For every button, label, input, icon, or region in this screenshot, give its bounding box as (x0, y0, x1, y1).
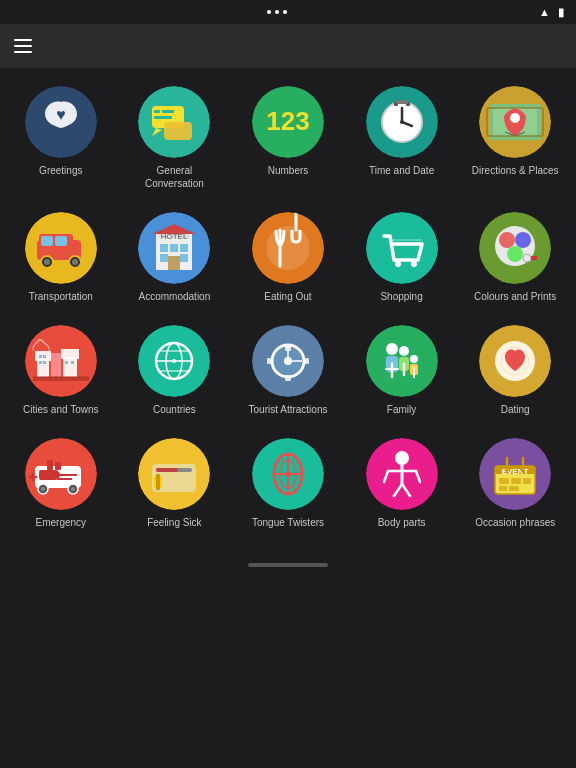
svg-rect-121 (156, 468, 178, 472)
category-icon-family (366, 325, 438, 397)
category-icon-eating-out (252, 212, 324, 284)
category-item-transportation[interactable]: Transportation (6, 202, 116, 311)
category-label-dating: Dating (501, 403, 530, 416)
category-icon-greetings: ♥ (25, 86, 97, 158)
svg-rect-144 (499, 478, 509, 484)
svg-rect-63 (33, 377, 89, 381)
category-item-countries[interactable]: Countries (120, 315, 230, 424)
svg-rect-37 (170, 244, 178, 252)
category-item-accommodation[interactable]: HOTEL Accommodation (120, 202, 230, 311)
svg-rect-4 (164, 122, 192, 140)
svg-rect-6 (162, 110, 174, 113)
category-item-dating[interactable]: Dating (460, 315, 570, 424)
category-label-feeling-sick: Feeling Sick (147, 516, 201, 529)
category-grid: ♥ Greetings General Conversation 123 Num… (0, 68, 576, 545)
svg-point-54 (507, 246, 523, 262)
svg-rect-108 (57, 474, 77, 476)
category-icon-countries (138, 325, 210, 397)
category-icon-shopping (366, 212, 438, 284)
svg-rect-86 (285, 375, 291, 381)
category-item-body-parts[interactable]: Body parts (347, 428, 457, 537)
svg-rect-65 (39, 355, 42, 358)
hamburger-menu[interactable] (14, 39, 32, 53)
nav-bar (0, 24, 576, 68)
scroll-indicator (0, 545, 576, 579)
svg-rect-5 (154, 110, 160, 113)
status-bar: ▲ ▮ (0, 0, 576, 24)
svg-point-53 (515, 232, 531, 248)
category-icon-transportation (25, 212, 97, 284)
svg-point-31 (72, 259, 78, 265)
svg-rect-69 (65, 361, 68, 364)
category-icon-dating (479, 325, 551, 397)
svg-rect-18 (396, 100, 408, 104)
svg-point-15 (400, 120, 404, 124)
category-item-eating-out[interactable]: Eating Out (233, 202, 343, 311)
category-label-emergency: Emergency (36, 516, 87, 529)
category-label-shopping: Shopping (380, 290, 422, 303)
svg-point-87 (284, 357, 292, 365)
category-label-occasion-phrases: Occasion phrases (475, 516, 555, 529)
category-item-tourist-attractions[interactable]: Tourist Attractions (233, 315, 343, 424)
category-item-tongue-twisters[interactable]: Tongue Twisters (233, 428, 343, 537)
category-icon-time-and-date (366, 86, 438, 158)
svg-text:123: 123 (266, 106, 309, 136)
category-label-tongue-twisters: Tongue Twisters (252, 516, 324, 529)
svg-rect-66 (43, 355, 46, 358)
category-icon-accommodation: HOTEL (138, 212, 210, 284)
category-item-occasion-phrases[interactable]: EVENT Occasion phrases (460, 428, 570, 537)
svg-rect-68 (43, 361, 46, 364)
category-icon-cities-towns (25, 325, 97, 397)
category-item-shopping[interactable]: Shopping (347, 202, 457, 311)
svg-rect-85 (267, 358, 273, 364)
category-label-time-and-date: Time and Date (369, 164, 434, 177)
category-item-greetings[interactable]: ♥ Greetings (6, 76, 116, 198)
category-item-general-conversation[interactable]: General Conversation (120, 76, 230, 198)
svg-rect-61 (63, 357, 77, 379)
svg-point-113 (41, 487, 45, 491)
svg-point-98 (410, 355, 418, 363)
category-item-numbers[interactable]: 123 Numbers (233, 76, 343, 198)
category-icon-emergency (25, 438, 97, 510)
category-item-emergency[interactable]: Emergency (6, 428, 116, 537)
svg-point-95 (399, 346, 409, 356)
svg-point-56 (523, 254, 531, 262)
category-item-time-and-date[interactable]: Time and Date (347, 76, 457, 198)
category-item-directions-places[interactable]: Directions & Places (460, 76, 570, 198)
svg-point-43 (266, 226, 310, 270)
category-item-feeling-sick[interactable]: Feeling Sick (120, 428, 230, 537)
category-label-countries: Countries (153, 403, 196, 416)
category-label-directions-places: Directions & Places (472, 164, 559, 177)
svg-point-91 (386, 343, 398, 355)
category-item-cities-towns[interactable]: Cities and Towns (6, 315, 116, 424)
svg-point-111 (71, 487, 75, 491)
svg-point-47 (395, 261, 401, 267)
category-label-accommodation: Accommodation (139, 290, 211, 303)
status-center-dots (267, 10, 287, 14)
svg-rect-145 (511, 478, 521, 484)
svg-rect-39 (160, 254, 168, 262)
svg-rect-36 (160, 244, 168, 252)
svg-rect-60 (51, 353, 61, 379)
category-label-colours-prints: Colours and Prints (474, 290, 556, 303)
scroll-bar (248, 563, 328, 567)
svg-rect-41 (168, 256, 180, 270)
category-icon-numbers: 123 (252, 86, 324, 158)
category-icon-directions-places (479, 86, 551, 158)
svg-rect-70 (71, 361, 74, 364)
category-label-transportation: Transportation (29, 290, 93, 303)
svg-text:♥: ♥ (56, 106, 66, 123)
wifi-icon: ▲ (539, 6, 550, 18)
category-label-family: Family (387, 403, 416, 416)
category-item-family[interactable]: Family (347, 315, 457, 424)
category-label-body-parts: Body parts (378, 516, 426, 529)
svg-rect-123 (156, 474, 160, 490)
svg-rect-38 (180, 244, 188, 252)
svg-point-21 (510, 113, 520, 123)
category-item-colours-prints[interactable]: Colours and Prints (460, 202, 570, 311)
category-icon-tongue-twisters (252, 438, 324, 510)
svg-point-48 (411, 261, 417, 267)
svg-rect-146 (523, 478, 531, 484)
svg-rect-148 (509, 486, 519, 491)
svg-rect-27 (55, 236, 67, 246)
